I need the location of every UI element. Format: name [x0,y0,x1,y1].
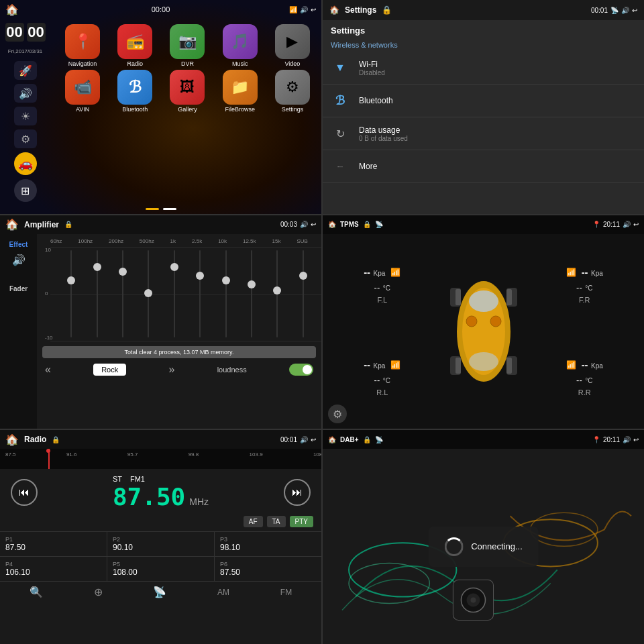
preset-p1[interactable]: P1 87.50 [0,532,107,556]
fl-kpa-val: -- [364,266,370,278]
back-icon[interactable]: ↩ [311,6,316,13]
effect-btn[interactable]: Effect [9,241,28,248]
settings-back[interactable]: ↩ [632,7,637,14]
preset-p3[interactable]: P3 98.10 [215,532,321,556]
rr-c-val: -- [576,375,582,385]
rl-c-unit: °C [383,377,390,384]
preset-p2[interactable]: P2 90.10 [107,532,215,556]
freq-1k: 1k [170,238,176,244]
datausage-item[interactable]: ↻ Data usage 0 B of data used [323,117,644,150]
rl-kpa-unit: Kpa [374,362,386,370]
home-statusbar: 🏠 00:00 📶 🔊 ↩ [0,0,321,19]
app-radio[interactable]: 📻 Radio [110,24,160,67]
settings-home-icon[interactable]: 🏠 [329,5,339,15]
amp-vol-icon2[interactable]: 🔊 [12,254,25,266]
radio-back-icon[interactable]: ↩ [311,436,316,443]
app-dvr[interactable]: 📷 DVR [162,24,212,67]
freq-12.5k: 12.5k [243,238,256,244]
dot-2[interactable] [163,208,176,210]
app-gallery[interactable]: 🖼 Gallery [162,70,212,113]
radio-fm-btn[interactable]: FM [280,586,292,598]
eq-slider-1[interactable] [97,247,98,341]
fader-btn[interactable]: Fader [9,285,28,292]
radio-af-btn[interactable]: AF [244,516,263,527]
radio-ta-btn[interactable]: TA [267,516,286,527]
rocket-btn[interactable]: 🚀 [14,61,37,80]
dab-lock-icon: 🔒 [363,436,371,443]
app-filebrowse[interactable]: 📁 FileBrowse [215,70,265,113]
eq-preset-btn[interactable]: Rock [93,364,126,376]
preset-p6[interactable]: P6 87.50 [215,557,321,581]
dab-home-icon[interactable]: 🏠 [328,436,336,443]
radio-next-btn[interactable]: ⏭ [284,479,311,506]
amp-home-icon[interactable]: 🏠 [5,218,19,231]
radio-pty-btn[interactable]: PTY [290,516,313,527]
preset-p4[interactable]: P4 106.10 [0,557,107,581]
connecting-text: Connecting... [471,541,523,551]
car-btn[interactable]: 🚗 [14,152,37,175]
rl-kpa-val: -- [364,359,370,370]
app-video[interactable]: ▶ Video [268,24,317,67]
radio-prev-btn[interactable]: ⏮ [11,479,38,506]
eq-slider-9[interactable] [303,247,304,341]
radio-freq: 87.50 [113,483,185,511]
tpms-home-icon[interactable]: 🏠 [328,221,336,228]
dab-time: 20:11 [603,436,620,443]
eq-slider-0[interactable] [70,247,72,341]
rr-c-unit: °C [585,377,592,384]
eq-slider-4[interactable] [174,247,175,341]
tpms-back-icon[interactable]: ↩ [633,221,639,228]
amp-back-icon[interactable]: ↩ [311,221,316,228]
fr-pos: F.R [579,296,590,304]
dot-1[interactable] [146,208,159,210]
volume-btn[interactable]: 🔊 [14,84,37,103]
app-bluetooth[interactable]: ℬ Bluetooth [110,70,160,113]
eq-slider-5[interactable] [199,247,201,341]
fl-c-val: -- [374,282,380,292]
eq-slider-7[interactable] [251,247,252,341]
amp-vol-icon: 🔊 [300,221,308,228]
fs-5: 103.9 [250,451,263,458]
radio-antenna-btn[interactable]: 📡 [153,586,166,598]
radio-home-icon[interactable]: 🏠 [5,433,19,446]
radio-am-btn[interactable]: AM [217,586,229,598]
brightness-btn[interactable]: ☀ [14,107,37,125]
more-item[interactable]: ··· More [323,150,644,183]
panel-radio: 🏠 Radio 🔒 00:01 🔊 ↩ 87.5 91.6 95.7 99.8 … [0,430,321,644]
tpms-rr: 📶 -- Kpa -- °C R.R [531,359,639,396]
eq-prev-btn[interactable]: « [45,364,51,376]
panel-amplifier: 🏠 Amplifier 🔒 00:03 🔊 ↩ Effect 🔊 Fader 6… [0,215,321,429]
freq-10k: 10k [218,238,227,244]
fl-pos: F.L [377,296,387,304]
fr-signal: 📶 [566,268,576,277]
datausage-sub: 0 B of data used [359,135,636,142]
eq-slider-6[interactable] [225,247,227,341]
wifi-sub: Disabled [359,69,636,76]
app-navigation[interactable]: 📍 Navigation [58,24,107,67]
radio-search-btn[interactable]: 🔍 [30,586,43,598]
svg-point-22 [470,598,476,603]
tpms-fl: -- Kpa 📶 -- °C F.L [328,266,437,304]
bluetooth-icon: ℬ [331,91,350,110]
equalizer-btn[interactable]: ⚙ [14,129,37,148]
apps-btn[interactable]: ⊞ [14,179,37,202]
eq-next-btn[interactable]: » [169,364,175,376]
tpms-signal-icon: 📡 [375,221,383,228]
bluetooth-item[interactable]: ℬ Bluetooth [323,85,644,117]
wifi-item[interactable]: ▼ Wi-Fi Disabled [323,52,644,85]
dab-signal-icon: 📡 [375,436,383,443]
app-music[interactable]: 🎵 Music [215,24,265,67]
loudness-toggle[interactable] [289,364,313,376]
eq-slider-8[interactable] [276,247,278,341]
dab-back-icon[interactable]: ↩ [633,436,639,443]
app-settings[interactable]: ⚙ Settings [268,70,317,113]
preset-p5[interactable]: P5 108.00 [107,557,215,581]
eq-freq-labels: 60hz 100hz 200hz 500hz 1k 2.5k 10k 12.5k… [42,238,316,244]
eq-slider-3[interactable] [148,247,149,341]
radio-connect-btn[interactable]: ⊕ [94,586,103,598]
dab-title: DAB+ [340,436,359,443]
app-avin[interactable]: 📹 AVIN [58,70,107,113]
fs-2: 91.6 [66,451,77,458]
eq-slider-2[interactable] [122,247,123,341]
home-icon[interactable]: 🏠 [5,3,19,16]
